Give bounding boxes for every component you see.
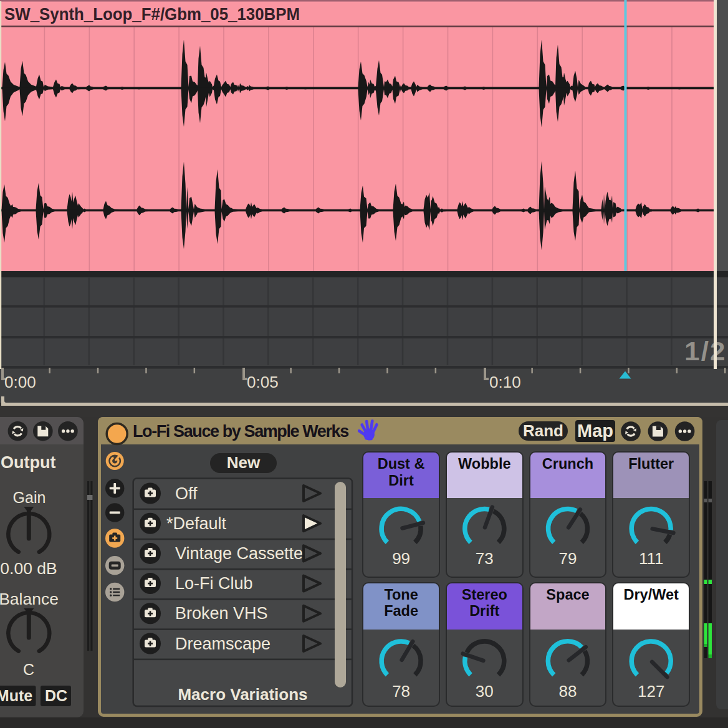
svg-text:Broken VHS: Broken VHS: [175, 604, 268, 623]
svg-text:*Default: *Default: [166, 514, 227, 533]
svg-text:DC: DC: [45, 687, 67, 704]
svg-text:Mute: Mute: [0, 687, 32, 704]
svg-text:Dreamscape: Dreamscape: [175, 635, 271, 653]
svg-text:Gain: Gain: [13, 489, 46, 506]
svg-text:SW_Synth_Loop_F#/Gbm_05_130BPM: SW_Synth_Loop_F#/Gbm_05_130BPM: [4, 5, 300, 24]
svg-text:Macro Variations: Macro Variations: [178, 685, 307, 704]
svg-text:0.00 dB: 0.00 dB: [0, 559, 57, 578]
svg-text:Vintage Cassette: Vintage Cassette: [175, 544, 303, 563]
svg-text:Output: Output: [1, 453, 55, 472]
svg-text:Off: Off: [175, 484, 198, 503]
svg-text:Balance: Balance: [0, 590, 59, 608]
svg-text:C: C: [23, 661, 34, 678]
svg-text:Lo-Fi Club: Lo-Fi Club: [175, 574, 253, 593]
